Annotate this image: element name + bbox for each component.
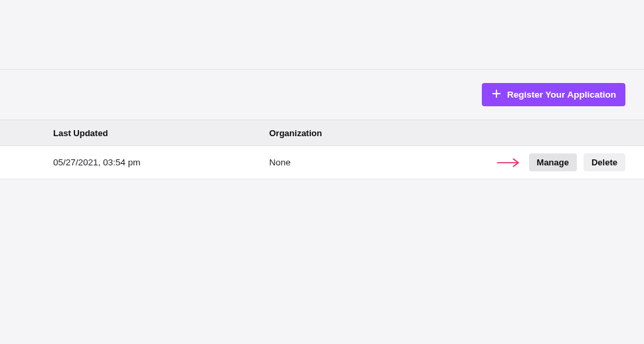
- top-spacer: [0, 0, 644, 70]
- action-bar: Register Your Application: [0, 70, 644, 120]
- plus-icon: [491, 88, 502, 101]
- applications-table: Last Updated Organization 05/27/2021, 03…: [0, 120, 644, 179]
- table-row: 05/27/2021, 03:54 pm None Manage Delete: [0, 146, 644, 179]
- register-button-label: Register Your Application: [507, 90, 616, 100]
- cell-last-updated: 05/27/2021, 03:54 pm: [0, 157, 269, 167]
- column-header-organization: Organization: [269, 128, 445, 138]
- column-header-last-updated: Last Updated: [0, 128, 269, 138]
- register-application-button[interactable]: Register Your Application: [482, 83, 625, 106]
- delete-button[interactable]: Delete: [584, 153, 625, 171]
- manage-button[interactable]: Manage: [529, 153, 577, 171]
- cell-organization: None: [269, 157, 445, 167]
- cell-actions: Manage Delete: [445, 153, 644, 171]
- arrow-right-annotation-icon: [497, 157, 521, 168]
- table-header-row: Last Updated Organization: [0, 120, 644, 146]
